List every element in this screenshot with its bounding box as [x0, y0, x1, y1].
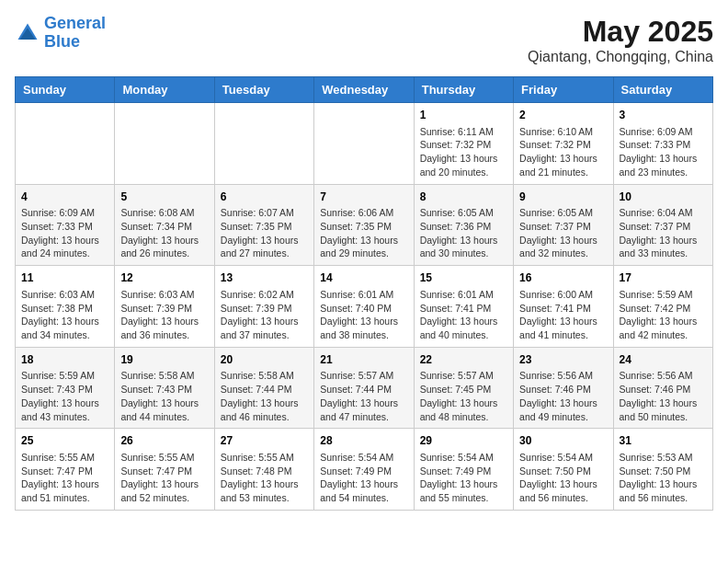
day-info: Daylight: 13 hours and 36 minutes.: [120, 315, 208, 341]
calendar-cell: 15Sunrise: 6:01 AMSunset: 7:41 PMDayligh…: [414, 266, 513, 348]
day-info: Sunset: 7:40 PM: [320, 302, 407, 316]
day-info: Daylight: 13 hours and 32 minutes.: [519, 234, 607, 260]
day-info: Sunrise: 5:59 AM: [620, 288, 707, 302]
calendar-week-row: 18Sunrise: 5:59 AMSunset: 7:43 PMDayligh…: [16, 347, 713, 429]
calendar-cell: 1Sunrise: 6:11 AMSunset: 7:32 PMDaylight…: [414, 103, 513, 185]
day-info: Sunrise: 5:56 AM: [519, 369, 607, 383]
calendar-cell: 12Sunrise: 6:03 AMSunset: 7:39 PMDayligh…: [115, 266, 214, 348]
day-info: Sunrise: 6:08 AM: [120, 206, 208, 220]
calendar-cell: [314, 103, 414, 185]
day-info: Sunrise: 5:54 AM: [320, 451, 407, 465]
day-info: Sunset: 7:48 PM: [221, 465, 308, 478]
calendar-cell: 10Sunrise: 6:04 AMSunset: 7:37 PMDayligh…: [613, 184, 712, 266]
day-info: Daylight: 13 hours and 55 minutes.: [420, 477, 507, 504]
calendar-cell: 13Sunrise: 6:02 AMSunset: 7:39 PMDayligh…: [214, 266, 313, 348]
logo-icon: [15, 20, 40, 46]
weekday-header-cell: Tuesday: [214, 77, 313, 103]
day-info: Daylight: 13 hours and 38 minutes.: [320, 315, 407, 341]
calendar-cell: 27Sunrise: 5:55 AMSunset: 7:48 PMDayligh…: [214, 429, 313, 511]
day-info: Sunset: 7:50 PM: [620, 465, 707, 478]
day-number: 22: [420, 352, 507, 368]
day-number: 25: [21, 433, 108, 449]
day-info: Sunrise: 6:07 AM: [221, 206, 308, 220]
day-number: 1: [420, 108, 507, 123]
calendar-cell: 16Sunrise: 6:00 AMSunset: 7:41 PMDayligh…: [514, 266, 613, 348]
day-number: 31: [620, 433, 707, 449]
day-info: Sunset: 7:33 PM: [21, 220, 108, 234]
day-info: Daylight: 13 hours and 54 minutes.: [320, 477, 407, 504]
day-info: Daylight: 13 hours and 50 minutes.: [620, 396, 707, 423]
day-info: Daylight: 13 hours and 24 minutes.: [21, 234, 108, 260]
day-info: Sunrise: 5:56 AM: [620, 369, 707, 383]
day-info: Sunrise: 6:03 AM: [120, 288, 208, 302]
calendar-cell: 6Sunrise: 6:07 AMSunset: 7:35 PMDaylight…: [214, 184, 313, 266]
day-info: Sunrise: 5:54 AM: [519, 451, 607, 465]
calendar-cell: 28Sunrise: 5:54 AMSunset: 7:49 PMDayligh…: [314, 429, 414, 511]
day-info: Sunrise: 5:53 AM: [620, 451, 707, 465]
calendar-cell: 31Sunrise: 5:53 AMSunset: 7:50 PMDayligh…: [613, 429, 712, 511]
day-info: Sunrise: 5:55 AM: [21, 451, 108, 465]
calendar-cell: 21Sunrise: 5:57 AMSunset: 7:44 PMDayligh…: [314, 347, 414, 429]
day-number: 18: [21, 352, 108, 368]
day-info: Sunset: 7:37 PM: [519, 220, 607, 234]
day-info: Sunrise: 5:54 AM: [420, 451, 507, 465]
day-info: Daylight: 13 hours and 37 minutes.: [221, 315, 308, 341]
day-number: 26: [120, 433, 208, 449]
day-number: 8: [420, 190, 507, 205]
day-info: Sunrise: 6:09 AM: [620, 125, 707, 139]
day-info: Sunset: 7:43 PM: [120, 383, 208, 396]
day-info: Daylight: 13 hours and 52 minutes.: [120, 477, 208, 504]
day-info: Sunset: 7:49 PM: [320, 465, 407, 478]
day-number: 12: [120, 270, 208, 286]
day-number: 2: [519, 108, 607, 123]
day-info: Sunset: 7:45 PM: [420, 383, 507, 396]
calendar-cell: 8Sunrise: 6:05 AMSunset: 7:36 PMDaylight…: [414, 184, 513, 266]
day-number: 3: [620, 108, 707, 123]
calendar-cell: 19Sunrise: 5:58 AMSunset: 7:43 PMDayligh…: [115, 347, 214, 429]
day-info: Daylight: 13 hours and 40 minutes.: [420, 315, 507, 341]
day-info: Sunset: 7:42 PM: [620, 302, 707, 316]
day-info: Sunrise: 6:09 AM: [21, 206, 108, 220]
weekday-header-cell: Thursday: [414, 77, 513, 103]
day-number: 15: [420, 270, 507, 286]
day-info: Sunset: 7:47 PM: [21, 465, 108, 478]
day-number: 14: [320, 270, 407, 286]
day-info: Sunset: 7:35 PM: [221, 220, 308, 234]
day-info: Daylight: 13 hours and 48 minutes.: [420, 396, 507, 423]
day-info: Sunset: 7:34 PM: [120, 220, 208, 234]
calendar-week-row: 25Sunrise: 5:55 AMSunset: 7:47 PMDayligh…: [16, 429, 713, 511]
day-info: Sunset: 7:41 PM: [519, 302, 607, 316]
calendar-cell: 4Sunrise: 6:09 AMSunset: 7:33 PMDaylight…: [16, 184, 115, 266]
day-info: Sunrise: 5:57 AM: [420, 369, 507, 383]
weekday-header-cell: Sunday: [16, 77, 115, 103]
day-info: Daylight: 13 hours and 53 minutes.: [221, 477, 308, 504]
day-info: Sunset: 7:46 PM: [620, 383, 707, 396]
weekday-header-cell: Monday: [115, 77, 214, 103]
day-info: Sunrise: 6:05 AM: [420, 206, 507, 220]
day-info: Sunrise: 6:01 AM: [320, 288, 407, 302]
day-info: Daylight: 13 hours and 27 minutes.: [221, 234, 308, 260]
logo: General Blue: [15, 15, 106, 52]
day-number: 4: [21, 190, 108, 205]
weekday-header-cell: Wednesday: [314, 77, 414, 103]
day-info: Sunset: 7:47 PM: [120, 465, 208, 478]
main-title: May 2025: [528, 15, 713, 49]
day-info: Daylight: 13 hours and 43 minutes.: [21, 396, 108, 423]
calendar-cell: 30Sunrise: 5:54 AMSunset: 7:50 PMDayligh…: [514, 429, 613, 511]
calendar-week-row: 11Sunrise: 6:03 AMSunset: 7:38 PMDayligh…: [16, 266, 713, 348]
calendar-cell: 5Sunrise: 6:08 AMSunset: 7:34 PMDaylight…: [115, 184, 214, 266]
day-info: Sunset: 7:41 PM: [420, 302, 507, 316]
day-info: Sunrise: 6:03 AM: [21, 288, 108, 302]
calendar-cell: 2Sunrise: 6:10 AMSunset: 7:32 PMDaylight…: [514, 103, 613, 185]
day-number: 17: [620, 270, 707, 286]
title-block: May 2025 Qiantang, Chongqing, China: [528, 15, 713, 65]
day-number: 16: [519, 270, 607, 286]
calendar-week-row: 1Sunrise: 6:11 AMSunset: 7:32 PMDaylight…: [16, 103, 713, 185]
day-info: Sunset: 7:32 PM: [420, 138, 507, 152]
calendar-cell: 25Sunrise: 5:55 AMSunset: 7:47 PMDayligh…: [16, 429, 115, 511]
day-info: Sunrise: 6:04 AM: [620, 206, 707, 220]
day-info: Daylight: 13 hours and 21 minutes.: [519, 152, 607, 178]
day-info: Sunrise: 5:58 AM: [221, 369, 308, 383]
page-header: General Blue May 2025 Qiantang, Chongqin…: [15, 15, 713, 65]
weekday-header-row: SundayMondayTuesdayWednesdayThursdayFrid…: [16, 77, 713, 103]
